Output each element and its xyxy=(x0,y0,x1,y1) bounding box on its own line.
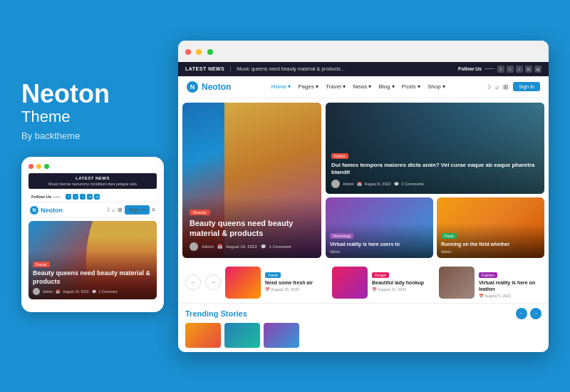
close-dot xyxy=(28,164,33,169)
tech-article-meta: Admin xyxy=(330,249,429,254)
top-right-comments: 0 Comments xyxy=(402,182,424,186)
mobile-hero: Beauty Beauty queens need beauty materia… xyxy=(28,221,157,299)
nav-news[interactable]: News ▾ xyxy=(353,83,371,90)
minimize-dot xyxy=(196,49,202,55)
tech-article-overlay: Technology Virtual reality is here users… xyxy=(326,223,433,257)
travel-card-thumb xyxy=(225,267,261,299)
fashion-card-badge: Fashion xyxy=(479,272,497,278)
design-card-thumb xyxy=(332,267,368,299)
nav-pages[interactable]: Pages ▾ xyxy=(298,83,318,90)
maximize-dot xyxy=(44,164,49,169)
small-article-tech[interactable]: Technology Virtual reality is here users… xyxy=(326,197,433,258)
rss-icon[interactable]: r xyxy=(516,66,523,73)
travel-card-title: Need some fresh air xyxy=(265,279,328,286)
trending-title: Trending Stories xyxy=(185,309,247,318)
tech-article-title: Virtual reality is here users to xyxy=(330,241,429,247)
nav-shop[interactable]: Shop ▾ xyxy=(428,83,445,90)
hamburger-icon[interactable]: ≡ xyxy=(152,207,155,213)
left-panel: Neoton Theme By backtheme LATEST NEWS Mu… xyxy=(21,80,164,313)
trending-thumb-2[interactable] xyxy=(224,323,260,348)
trending-next-button[interactable]: → xyxy=(530,308,542,319)
top-right-admin: Admin xyxy=(343,182,354,186)
travel-badge: Travel xyxy=(441,233,457,239)
tech-badge: Technology xyxy=(330,233,353,239)
facebook-icon[interactable]: f xyxy=(66,194,71,200)
article-card-design[interactable]: Design Beautiful lady hookup 📅 August 16… xyxy=(332,267,435,299)
hero-date: August 16, 2022 xyxy=(226,244,257,249)
travel-article-meta: Admin xyxy=(441,249,540,254)
rss-icon[interactable]: r xyxy=(80,194,86,200)
top-right-title: Dui fames tempora maiores dicta anim? Ve… xyxy=(331,162,539,177)
brand-name: Neoton xyxy=(21,80,164,108)
moon-icon[interactable]: ☽ xyxy=(485,83,491,91)
comment-icon: 💬 xyxy=(92,289,96,294)
desktop-nav-links: Home ▾ Pages ▾ Travel ▾ News ▾ Blog ▾ Po… xyxy=(271,83,445,90)
nav-blog[interactable]: Blog ▾ xyxy=(379,83,395,90)
desktop-nav-right: ☽ ⌕ ⊞ Sign In xyxy=(485,82,540,91)
prev-arrow-button[interactable]: ← xyxy=(185,274,201,290)
mobile-hero-title: Beauty queens need beauty material & pro… xyxy=(33,269,152,286)
small-article-travel[interactable]: Travel Running on the field whether Admi… xyxy=(437,197,544,258)
trending-previews xyxy=(185,323,542,348)
mobile-latest-text: Music bernie nanummy incididunt duis pel… xyxy=(33,182,152,186)
linkedin-icon[interactable]: in xyxy=(87,194,93,200)
travel-article-title: Running on the field whether xyxy=(441,241,540,247)
linkedin-icon[interactable]: in xyxy=(525,66,532,73)
search-icon[interactable]: ⌕ xyxy=(112,207,115,213)
twitter-icon[interactable]: t xyxy=(507,66,514,73)
hero-comments: 1 Comment xyxy=(269,244,291,249)
twitter-icon[interactable]: t xyxy=(73,194,78,200)
trending-nav-arrows: ← → xyxy=(516,308,542,319)
article-card-travel[interactable]: Travel Need some fresh air 📅 August 16, … xyxy=(225,267,328,299)
desktop-latest-bar: LATEST NEWS Music queens need beauty mat… xyxy=(178,62,549,76)
design-card-badge: Design xyxy=(372,272,389,278)
hero-article-title: Beauty queens need beauty material & pro… xyxy=(190,218,314,239)
bookmark-icon[interactable]: ⊞ xyxy=(503,83,509,91)
trending-thumb-1[interactable] xyxy=(185,323,221,348)
bookmark-icon[interactable]: ⊞ xyxy=(118,207,123,213)
brand-by: By backtheme xyxy=(21,130,164,141)
comment-icon: 💬 xyxy=(394,182,399,186)
fashion-card-body: Fashion Virtual reality is here on leath… xyxy=(479,267,542,299)
mobile-signin-button[interactable]: Sign In xyxy=(125,205,150,215)
nav-posts[interactable]: Posts ▾ xyxy=(402,83,420,90)
mobile-avatar xyxy=(33,288,40,295)
mobile-hero-meta: Admin 📅 August 16, 2022 💬 1 Comment xyxy=(33,288,152,295)
instagram-icon[interactable]: ig xyxy=(94,194,100,200)
fashion-card-thumb xyxy=(439,267,475,299)
article-card-fashion[interactable]: Fashion Virtual reality is here on leath… xyxy=(439,267,542,299)
right-articles-column: Politics Dui fames tempora maiores dicta… xyxy=(326,103,544,258)
desktop-logo-circle: N xyxy=(187,81,198,93)
trending-section: Trending Stories ← → xyxy=(178,304,549,352)
desktop-signin-button[interactable]: Sign In xyxy=(513,82,540,91)
next-arrow-button[interactable]: → xyxy=(205,274,221,290)
nav-travel[interactable]: Travel ▾ xyxy=(326,83,346,90)
calendar-icon: 📅 xyxy=(217,244,222,249)
trending-prev-button[interactable]: ← xyxy=(516,308,527,319)
hero-beauty-badge: Beauty xyxy=(190,210,210,215)
mobile-logo-circle: N xyxy=(30,206,38,215)
mobile-nav-icons: ☽ ⌕ ⊞ Sign In ≡ xyxy=(105,205,155,215)
close-dot xyxy=(185,49,191,55)
nav-home[interactable]: Home ▾ xyxy=(271,83,291,90)
fashion-card-title: Virtual reality is here on leather xyxy=(479,279,542,292)
instagram-icon[interactable]: ig xyxy=(534,66,542,73)
brand-sub: Theme xyxy=(21,108,164,126)
mobile-social-icons: f t r in ig xyxy=(66,194,100,200)
facebook-icon[interactable]: f xyxy=(497,66,504,73)
hero-admin: Admin xyxy=(202,244,214,249)
top-right-article[interactable]: Politics Dui fames tempora maiores dicta… xyxy=(326,103,544,194)
hero-article[interactable]: Beauty Beauty queens need beauty materia… xyxy=(182,103,321,258)
mobile-follow-bar: Follow Us f t r in ig xyxy=(28,192,157,202)
moon-icon[interactable]: ☽ xyxy=(105,207,110,213)
travel-card-badge: Travel xyxy=(265,272,281,278)
trending-thumb-3[interactable] xyxy=(264,323,299,348)
mobile-hero-date: August 16, 2022 xyxy=(63,289,88,294)
hero-article-overlay: Beauty Beauty queens need beauty materia… xyxy=(182,197,321,258)
bottom-articles-row: Technology Virtual reality is here users… xyxy=(326,197,544,258)
search-icon[interactable]: ⌕ xyxy=(495,83,499,91)
mobile-window-controls xyxy=(28,164,157,169)
mobile-nav: N Neoton ☽ ⌕ ⊞ Sign In ≡ xyxy=(28,202,157,218)
calendar-icon: 📅 xyxy=(479,294,484,298)
desktop-logo: N Neoton xyxy=(187,81,231,93)
